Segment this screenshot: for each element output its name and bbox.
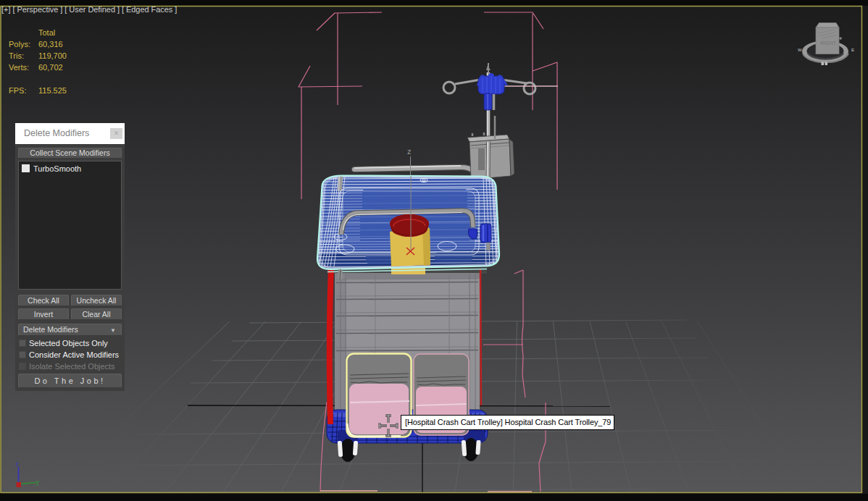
svg-text:z: z [407, 147, 412, 156]
svg-text:RIGHT: RIGHT [821, 41, 837, 46]
svg-text:W: W [798, 48, 802, 52]
svg-text:E: E [851, 48, 854, 52]
svg-text:z: z [16, 460, 19, 468]
